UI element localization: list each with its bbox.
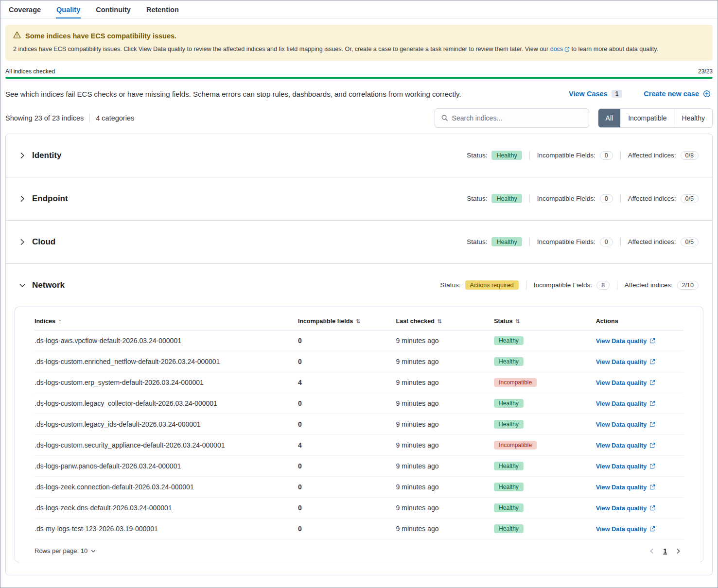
- view-data-quality-link[interactable]: View Data quality: [596, 525, 656, 533]
- external-link-icon: [649, 421, 655, 427]
- chevron-right-icon: [18, 152, 26, 159]
- incompatible-count: 0: [298, 351, 396, 372]
- view-data-quality-link[interactable]: View Data quality: [596, 379, 656, 386]
- search-icon: [441, 114, 448, 121]
- incompatible-count: 0: [298, 497, 396, 518]
- index-name: .ds-logs-panw.panos-default-2026.03.24-0…: [35, 455, 298, 476]
- column-label: Last checked: [396, 318, 435, 325]
- external-link-icon: [649, 442, 655, 448]
- filter-all[interactable]: All: [598, 109, 621, 127]
- filter-healthy[interactable]: Healthy: [674, 109, 712, 127]
- meta-divider: [617, 281, 617, 290]
- progress-value: 23/23: [698, 68, 713, 75]
- callout-title-text: Some indices have ECS compatibility issu…: [25, 32, 176, 40]
- table-row: .ds-logs-aws.vpcflow-default-2026.03.24-…: [35, 330, 683, 351]
- ecs-warning-callout: Some indices have ECS compatibility issu…: [5, 25, 713, 61]
- view-cases-link[interactable]: View Cases 1: [569, 90, 622, 98]
- tab-quality[interactable]: Quality: [56, 0, 81, 18]
- tab-retention[interactable]: Retention: [146, 0, 179, 18]
- tab-coverage[interactable]: Coverage: [8, 0, 41, 18]
- network-table-head-row: Indices↑Incompatible fields⇅Last checked…: [35, 310, 683, 330]
- last-checked: 9 minutes ago: [396, 330, 494, 351]
- warning-icon: [13, 31, 21, 40]
- status-badge: Healthy: [491, 194, 522, 203]
- status-label: Status:: [467, 195, 487, 202]
- external-link-icon: [649, 380, 655, 385]
- search-input[interactable]: [452, 114, 583, 122]
- data-quality-page: CoverageQualityContinuityRetention Some …: [0, 0, 718, 588]
- tab-continuity[interactable]: Continuity: [95, 0, 131, 18]
- column-label: Incompatible fields: [298, 318, 353, 325]
- docs-link[interactable]: docs: [550, 45, 570, 54]
- index-name: .ds-logs-custom.security_appliance-defau…: [35, 434, 298, 455]
- intro-row: See which indices fail ECS checks or hav…: [5, 90, 713, 98]
- sort-ascending-icon: ↑: [58, 318, 61, 325]
- rows-per-page-button[interactable]: Rows per page: 10: [35, 547, 96, 554]
- category-header-network[interactable]: Network Status: Actions required Incompa…: [6, 264, 712, 307]
- column-label: Actions: [596, 318, 618, 325]
- column-header-status[interactable]: Status⇅: [494, 310, 596, 330]
- status-label: Status:: [440, 281, 460, 289]
- view-data-quality-link[interactable]: View Data quality: [596, 400, 656, 407]
- category-meta: Status: Actions required Incompatible Fi…: [440, 280, 699, 290]
- last-checked: 9 minutes ago: [396, 434, 494, 455]
- last-checked: 9 minutes ago: [396, 518, 494, 539]
- index-name: .ds-logs-custom.erp_system-default-2026.…: [35, 372, 298, 393]
- status-badge: Healthy: [494, 336, 524, 345]
- view-data-quality-link[interactable]: View Data quality: [596, 504, 656, 512]
- category-header-identity[interactable]: Identity Status: Healthy Incompatible Fi…: [6, 134, 712, 177]
- column-header-actions: Actions: [596, 310, 683, 330]
- network-indices-table: Indices↑Incompatible fields⇅Last checked…: [35, 310, 683, 539]
- affected-indices-badge: 0/5: [681, 194, 699, 203]
- filter-incompatible[interactable]: Incompatible: [620, 109, 674, 127]
- meta-divider: [529, 194, 530, 203]
- index-name: .ds-logs-zeek.connection-default-2026.03…: [35, 476, 298, 497]
- last-checked: 9 minutes ago: [396, 455, 494, 476]
- incompatible-fields-badge: 0: [600, 151, 613, 160]
- view-data-quality-link[interactable]: View Data quality: [596, 337, 656, 345]
- incompatible-fields-badge: 8: [596, 281, 610, 290]
- incompatible-fields-label: Incompatible Fields:: [534, 281, 592, 289]
- column-header-incompatible-fields[interactable]: Incompatible fields⇅: [298, 310, 396, 330]
- affected-indices-label: Affected indices:: [628, 238, 676, 245]
- incompatible-count: 4: [298, 372, 396, 393]
- incompatible-count: 0: [298, 393, 396, 414]
- status-badge: Healthy: [494, 503, 524, 512]
- pagination: 1: [648, 547, 683, 555]
- status-badge: Healthy: [494, 462, 524, 470]
- external-link-icon: [649, 463, 655, 469]
- category-section-cloud: Cloud Status: Healthy Incompatible Field…: [6, 220, 712, 263]
- categories-panel: Identity Status: Healthy Incompatible Fi…: [5, 134, 713, 575]
- category-header-endpoint[interactable]: Endpoint Status: Healthy Incompatible Fi…: [6, 177, 712, 220]
- create-new-case-link[interactable]: Create new case: [644, 90, 711, 98]
- affected-indices-badge: 0/8: [681, 151, 699, 160]
- affected-indices-label: Affected indices:: [628, 152, 676, 159]
- meta-divider: [529, 238, 530, 246]
- view-cases-count-badge: 1: [612, 90, 623, 98]
- status-label: Status:: [467, 238, 487, 245]
- chevron-right-icon: [675, 548, 682, 554]
- view-data-quality-link[interactable]: View Data quality: [596, 358, 656, 365]
- column-header-indices[interactable]: Indices↑: [35, 310, 298, 330]
- incompatible-count: 0: [298, 330, 396, 351]
- page-number-button[interactable]: 1: [663, 547, 667, 555]
- sortable-icon: ⇅: [515, 318, 520, 324]
- network-indices-panel: Indices↑Incompatible fields⇅Last checked…: [15, 307, 703, 562]
- status-label: Status:: [467, 152, 487, 159]
- view-data-quality-link[interactable]: View Data quality: [596, 484, 656, 491]
- category-section-endpoint: Endpoint Status: Healthy Incompatible Fi…: [6, 177, 712, 220]
- last-checked: 9 minutes ago: [396, 497, 494, 518]
- view-data-quality-link[interactable]: View Data quality: [596, 442, 656, 449]
- summary-divider: [89, 114, 90, 122]
- column-header-last-checked[interactable]: Last checked⇅: [396, 310, 494, 330]
- incompatible-fields-label: Incompatible Fields:: [537, 152, 595, 159]
- view-data-quality-link[interactable]: View Data quality: [596, 463, 656, 470]
- next-page-button[interactable]: [675, 548, 682, 554]
- category-header-cloud[interactable]: Cloud Status: Healthy Incompatible Field…: [6, 221, 712, 263]
- previous-page-button[interactable]: [648, 548, 655, 554]
- external-link-icon: [649, 400, 655, 406]
- meta-divider: [620, 151, 621, 160]
- status-badge: Incompatible: [494, 441, 537, 450]
- category-section-identity: Identity Status: Healthy Incompatible Fi…: [6, 134, 712, 177]
- view-data-quality-link[interactable]: View Data quality: [596, 421, 656, 428]
